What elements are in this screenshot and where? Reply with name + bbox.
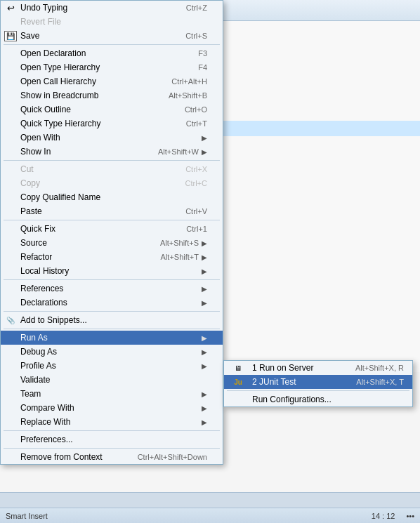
menu-item-add-to-snippets---[interactable]: 📎Add to Snippets...	[1, 313, 223, 327]
menu-item-label: Declarations	[20, 298, 199, 307]
menu-item-arrow: ▶	[202, 299, 207, 307]
menu-item-revert-file: Revert File	[1, 15, 223, 29]
menu-separator	[4, 44, 220, 45]
submenu-item-1-run-on-server[interactable]: 🖥1 Run on ServerAlt+Shift+X, R	[224, 361, 412, 375]
menu-item-label: Preferences...	[20, 435, 207, 444]
menu-item-shortcut: Ctrl+O	[185, 105, 207, 114]
menu-item-save[interactable]: 💾SaveCtrl+S	[1, 29, 223, 43]
menu-item-shortcut: F4	[198, 63, 207, 72]
menu-item-quick-outline[interactable]: Quick OutlineCtrl+O	[1, 102, 223, 117]
menu-item-local-history[interactable]: Local History▶	[1, 264, 223, 278]
menu-item-arrow: ▶	[202, 390, 207, 398]
submenu-separator	[227, 390, 409, 391]
menu-item-show-in-breadcrumb[interactable]: Show in BreadcrumbAlt+Shift+B	[1, 88, 223, 102]
menu-item-open-type-hierarchy[interactable]: Open Type HierarchyF4	[1, 60, 223, 74]
status-bar: Smart Insert 14 : 12 •••	[0, 508, 420, 523]
menu-item-shortcut: Ctrl+Z	[186, 4, 207, 12]
menu-item-declarations[interactable]: Declarations▶	[1, 296, 223, 310]
menu-item-icon: ↩	[4, 3, 18, 13]
menu-item-label: Replace With	[20, 417, 199, 427]
menu-item-paste[interactable]: PasteCtrl+V	[1, 204, 223, 218]
menu-item-validate[interactable]: Validate	[1, 373, 223, 387]
menu-item-shortcut: Alt+Shift+B	[169, 91, 207, 100]
menu-item-arrow: ▶	[202, 134, 207, 142]
menu-item-profile-as[interactable]: Profile As▶	[1, 359, 223, 373]
menu-item-arrow: ▶	[202, 285, 207, 293]
menu-item-preferences---[interactable]: Preferences...	[1, 432, 223, 446]
menu-item-label: Copy	[20, 178, 171, 188]
menu-item-replace-with[interactable]: Replace With▶	[1, 415, 223, 429]
menu-item-debug-as[interactable]: Debug As▶	[1, 345, 223, 359]
submenu-item-2-junit-test[interactable]: Ju2 JUnit TestAlt+Shift+X, T	[224, 375, 412, 389]
more-icon: •••	[406, 512, 414, 520]
menu-item-arrow: ▶	[202, 334, 207, 342]
menu-item-open-call-hierarchy[interactable]: Open Call HierarchyCtrl+Alt+H	[1, 74, 223, 88]
tab-strip	[0, 492, 420, 508]
menu-item-icon: 💾	[4, 31, 18, 41]
menu-item-quick-fix[interactable]: Quick FixCtrl+1	[1, 222, 223, 236]
menu-item-arrow: ▶	[202, 239, 207, 247]
menu-item-shortcut: Alt+Shift+S	[160, 239, 199, 247]
menu-separator	[4, 220, 220, 220]
menu-item-label: Quick Outline	[20, 105, 171, 114]
menu-item-label: Copy Qualified Name	[20, 192, 207, 202]
menu-item-shortcut: Ctrl+X	[185, 165, 207, 173]
menu-item-label: Cut	[20, 164, 171, 174]
menu-item-arrow: ▶	[202, 348, 207, 356]
context-menu: ↩Undo TypingCtrl+ZRevert File💾SaveCtrl+S…	[0, 0, 223, 465]
menu-item-label: Open With	[20, 133, 199, 143]
menu-separator	[4, 160, 220, 161]
menu-item-copy: CopyCtrl+C	[1, 176, 223, 190]
menu-item-label: Open Declaration	[20, 48, 184, 58]
menu-item-shortcut: Alt+Shift+W	[158, 147, 199, 156]
menu-item-remove-from-context[interactable]: Remove from ContextCtrl+Alt+Shift+Down	[1, 450, 223, 464]
menu-item-arrow: ▶	[202, 404, 207, 412]
menu-item-undo-typing[interactable]: ↩Undo TypingCtrl+Z	[1, 1, 223, 15]
menu-item-label: Run As	[20, 333, 199, 343]
menu-item-arrow: ▶	[202, 362, 207, 370]
menu-item-label: Quick Type Hierarchy	[20, 119, 172, 128]
menu-item-run-as[interactable]: Run As▶	[1, 331, 223, 345]
menu-item-label: Add to Snippets...	[20, 315, 207, 325]
submenu-item-shortcut: Alt+Shift+X, R	[355, 364, 404, 372]
menu-item-shortcut: Ctrl+S	[185, 32, 207, 40]
menu-item-cut: CutCtrl+X	[1, 162, 223, 176]
menu-item-shortcut: Ctrl+Alt+Shift+Down	[138, 453, 207, 461]
menu-separator	[4, 279, 220, 280]
menu-item-references[interactable]: References▶	[1, 282, 223, 296]
cursor-position: 14 : 12	[372, 512, 395, 520]
menu-item-label: References	[20, 284, 199, 293]
menu-item-refactor[interactable]: RefactorAlt+Shift+T▶	[1, 250, 223, 264]
menu-item-label: Profile As	[20, 361, 199, 371]
menu-item-icon: 📎	[4, 317, 18, 324]
menu-item-label: Paste	[20, 206, 171, 216]
submenu-run-configurations-label: Run Configurations...	[252, 395, 404, 404]
menu-item-shortcut: Alt+Shift+T	[161, 253, 199, 261]
menu-separator	[4, 430, 220, 431]
menu-item-quick-type-hierarchy[interactable]: Quick Type HierarchyCtrl+T	[1, 117, 223, 131]
submenu-item-icon: Ju	[227, 378, 249, 386]
menu-item-label: Revert File	[20, 17, 207, 27]
menu-item-compare-with[interactable]: Compare With▶	[1, 401, 223, 415]
menu-item-copy-qualified-name[interactable]: Copy Qualified Name	[1, 190, 223, 204]
menu-item-team[interactable]: Team▶	[1, 387, 223, 401]
menu-item-label: Show in Breadcrumb	[20, 91, 155, 100]
menu-item-arrow: ▶	[202, 253, 207, 261]
submenu-item-run-configurations[interactable]: Run Configurations...	[224, 392, 412, 406]
menu-item-label: Debug As	[20, 347, 199, 357]
submenu-item-label: 2 JUnit Test	[252, 377, 350, 387]
menu-item-arrow: ▶	[202, 418, 207, 426]
submenu-item-icon: 🖥	[227, 364, 249, 372]
menu-item-label: Local History	[20, 266, 199, 276]
menu-item-shortcut: Ctrl+1	[186, 225, 207, 233]
menu-item-shortcut: Ctrl+Alt+H	[171, 77, 207, 86]
menu-item-open-with[interactable]: Open With▶	[1, 131, 223, 145]
menu-item-label: Refactor	[20, 252, 147, 262]
menu-item-label: Quick Fix	[20, 224, 172, 234]
menu-item-source[interactable]: SourceAlt+Shift+S▶	[1, 236, 223, 250]
menu-item-open-declaration[interactable]: Open DeclarationF3	[1, 46, 223, 60]
submenu-item-label: 1 Run on Server	[252, 363, 350, 373]
submenu-item-shortcut: Alt+Shift+X, T	[356, 378, 404, 386]
menu-item-show-in[interactable]: Show InAlt+Shift+W▶	[1, 145, 223, 159]
menu-item-label: Team	[20, 389, 199, 399]
